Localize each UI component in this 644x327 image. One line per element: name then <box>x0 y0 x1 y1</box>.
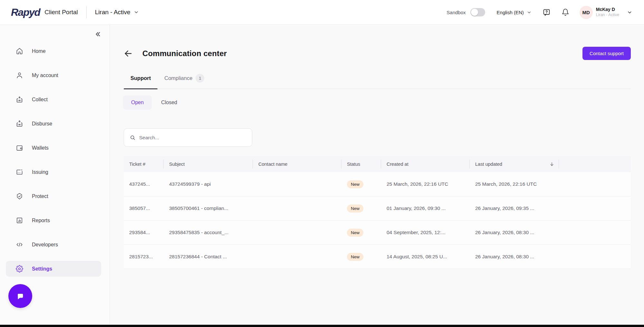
page-title: Communication center <box>142 49 227 58</box>
topbar-right: Sandbox English (EN) <box>447 6 632 19</box>
gear-icon <box>15 265 23 273</box>
cell-updated: 25 March, 2026, 22:16 UTC <box>470 181 559 187</box>
status-badge: New <box>347 253 363 261</box>
top-bar: Rapyd Client Portal Liran - Active Sandb… <box>0 0 644 25</box>
column-header-created[interactable]: Created at <box>381 156 470 172</box>
sidebar-item-issuing[interactable]: Issuing <box>0 160 110 184</box>
tab-count-badge: 1 <box>196 74 204 83</box>
product-name: Client Portal <box>44 9 78 16</box>
chat-widget-button[interactable] <box>8 284 32 308</box>
sandbox-toggle[interactable] <box>470 8 485 16</box>
sidebar-item-label: Settings <box>32 266 52 272</box>
sidebar-item-my-account[interactable]: My account <box>0 63 110 87</box>
column-header-ticket[interactable]: Ticket # <box>124 156 164 172</box>
tab-support[interactable]: Support <box>124 74 158 89</box>
column-header-contact[interactable]: Contact name <box>253 156 341 172</box>
sidebar-item-label: Collect <box>32 97 48 103</box>
sidebar-item-wallets[interactable]: Wallets <box>0 136 110 160</box>
status-badge: New <box>347 180 363 188</box>
filter-open[interactable]: Open <box>123 95 152 110</box>
cell-subject: 38505700461 - complian... <box>164 205 253 211</box>
main-content: Communication center Contact support Sup… <box>110 25 644 325</box>
home-icon <box>15 47 23 55</box>
search-icon <box>130 135 136 141</box>
status-badge: New <box>347 229 363 237</box>
status-badge: New <box>347 204 363 213</box>
rapyd-logo: Rapyd <box>11 6 40 18</box>
tickets-table: Ticket # Subject Contact name Status Cre… <box>124 156 631 269</box>
sidebar-item-disburse[interactable]: Disburse <box>0 112 110 136</box>
chevron-down-icon <box>627 10 632 15</box>
column-header-updated[interactable]: Last updated <box>470 156 559 172</box>
cell-created: 01 January, 2026, 09:30 ... <box>381 205 470 211</box>
toggle-knob <box>471 9 478 16</box>
filter-closed[interactable]: Closed <box>153 95 185 110</box>
window-edge <box>0 325 644 327</box>
bell-icon <box>562 8 569 16</box>
sidebar-item-collect[interactable]: Collect <box>0 87 110 112</box>
tab-label: Support <box>130 75 151 81</box>
notifications-button[interactable] <box>562 8 569 16</box>
sidebar-item-label: Issuing <box>32 169 48 175</box>
cell-updated: 26 January, 2026, 08:30 ... <box>470 254 559 260</box>
table-row[interactable]: 2815723... 28157236844 - Contact ... New… <box>124 245 631 269</box>
search-input[interactable] <box>139 135 246 141</box>
tab-label: Compliance <box>164 75 192 81</box>
cell-created: 04 September, 2025, 12:... <box>381 230 470 235</box>
table-header-row: Ticket # Subject Contact name Status Cre… <box>124 156 631 172</box>
profile-name: McKay D <box>596 7 619 13</box>
cell-updated: 26 January, 2026, 08:30 ... <box>470 230 559 235</box>
sidebar-item-label: My account <box>32 73 58 78</box>
back-button[interactable] <box>124 49 133 58</box>
sidebar-item-protect[interactable]: Protect <box>0 184 110 208</box>
sidebar-item-label: Home <box>32 48 46 54</box>
chat-bubble-icon <box>15 291 26 302</box>
column-header-label: Last updated <box>475 162 502 167</box>
table-row[interactable]: 385057... 38505700461 - complian... New … <box>124 196 631 221</box>
shield-check-icon <box>15 193 23 200</box>
column-header-status[interactable]: Status <box>341 156 381 172</box>
topbar-divider <box>86 6 87 18</box>
org-selector-label: Liran - Active <box>95 9 130 16</box>
cell-created: 14 August, 2025, 08:25 U... <box>381 254 470 260</box>
page-header: Communication center Contact support <box>124 47 631 60</box>
profile-meta: McKay D Liran - Active <box>596 7 619 17</box>
cell-subject: 28157236844 - Contact ... <box>164 254 253 260</box>
sidebar-item-label: Protect <box>32 193 48 199</box>
column-header-subject[interactable]: Subject <box>164 156 253 172</box>
sidebar-item-label: Developers <box>32 242 58 248</box>
tab-compliance[interactable]: Compliance 1 <box>158 74 211 89</box>
org-selector[interactable]: Liran - Active <box>95 9 139 16</box>
sidebar-collapse-button[interactable] <box>94 31 101 38</box>
sidebar-nav: Home My account Collect Disburse Wallets <box>0 39 110 281</box>
avatar: MD <box>580 6 593 19</box>
table-row[interactable]: 437245... 43724599379 - api New 25 March… <box>124 172 631 196</box>
cell-updated: 26 January, 2026, 09:35 ... <box>470 205 559 211</box>
language-selector[interactable]: English (EN) <box>497 10 532 15</box>
contact-support-button[interactable]: Contact support <box>582 47 631 60</box>
help-button[interactable] <box>543 8 551 16</box>
code-icon <box>15 241 23 249</box>
sidebar-item-reports[interactable]: Reports <box>0 208 110 233</box>
cell-subject: 43724599379 - api <box>164 181 253 187</box>
wallet-icon <box>15 144 23 152</box>
sidebar-item-label: Reports <box>32 218 50 223</box>
cell-ticket: 437245... <box>124 181 164 187</box>
table-row[interactable]: 293584... 29358475835 - account_... New … <box>124 221 631 245</box>
user-icon <box>15 72 23 79</box>
cell-created: 25 March, 2026, 22:16 UTC <box>381 181 470 187</box>
profile-menu[interactable]: MD McKay D Liran - Active <box>580 6 632 19</box>
column-header-actions <box>559 156 631 172</box>
collect-icon <box>15 96 23 104</box>
cell-status: New <box>341 204 381 213</box>
sidebar-item-label: Disburse <box>32 121 52 127</box>
help-icon <box>543 8 551 16</box>
sort-desc-icon <box>549 162 554 167</box>
profile-subtitle: Liran - Active <box>596 13 619 18</box>
cell-subject: 29358475835 - account_... <box>164 230 253 235</box>
sidebar-item-developers[interactable]: Developers <box>0 233 110 257</box>
sidebar-item-label: Wallets <box>32 145 49 151</box>
sidebar-item-home[interactable]: Home <box>0 39 110 63</box>
sidebar-item-settings[interactable]: Settings <box>0 257 110 281</box>
cell-ticket: 2815723... <box>124 254 164 260</box>
